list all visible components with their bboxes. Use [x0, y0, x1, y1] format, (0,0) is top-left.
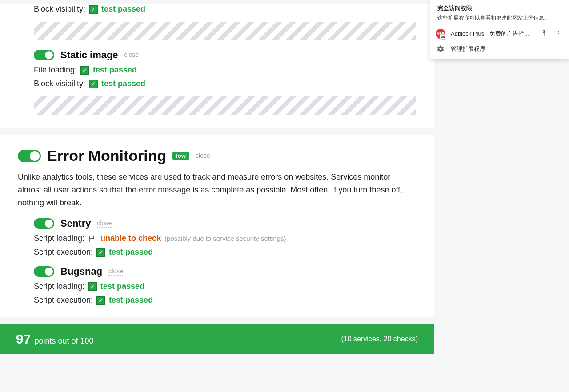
- placeholder-stripe: [34, 22, 416, 40]
- checkmark-icon: ✓: [96, 248, 105, 257]
- status-passed: test passed: [101, 4, 145, 14]
- checkmark-icon: ✓: [80, 66, 89, 75]
- check-label: Script loading:: [34, 234, 84, 243]
- close-link[interactable]: close: [108, 268, 123, 276]
- flag-icon: [88, 234, 97, 243]
- check-line: File loading: ✓ test passed: [34, 65, 416, 75]
- sub-item-static-image: Static image close File loading: ✓ test …: [18, 49, 416, 115]
- toggle-bugsnag[interactable]: [34, 266, 54, 277]
- toggle-error-monitoring[interactable]: [18, 150, 41, 162]
- score-summary: (10 services, 20 checks): [341, 335, 418, 343]
- sub-title: Sentry: [60, 218, 91, 229]
- close-link[interactable]: close: [196, 152, 210, 160]
- close-link[interactable]: close: [97, 220, 112, 228]
- check-label: Script execution:: [34, 296, 93, 305]
- extension-label: Adblock Plus - 免费的广告拦...: [451, 30, 535, 38]
- sub-title: Bugsnag: [60, 266, 102, 277]
- checkmark-icon: ✓: [88, 282, 97, 291]
- check-label: Script loading:: [34, 282, 84, 291]
- score-bar: 97 points out of 100 (10 services, 20 ch…: [0, 324, 434, 354]
- status-unable: unable to check: [100, 234, 161, 243]
- extensions-popup: 完全访问权限 这些扩展程序可以查看和更改此网站上的信息。 ABP 20 Adbl…: [430, 0, 569, 59]
- card-error-monitoring: Error Monitoring low close Unlike analyt…: [0, 135, 434, 317]
- sub-title: Static image: [60, 49, 118, 61]
- placeholder-stripe: [34, 96, 416, 115]
- checkmark-icon: ✓: [96, 296, 105, 305]
- card-top: Block visibility: ✓ test passed Static i…: [0, 4, 434, 128]
- extensions-popup-title: 完全访问权限: [430, 0, 569, 13]
- status-passed: test passed: [101, 79, 145, 88]
- sub-item-bugsnag: Bugsnag close Script loading: ✓ test pas…: [18, 266, 416, 305]
- check-line: Script execution: ✓ test passed: [34, 248, 416, 257]
- check-line: Block visibility: ✓ test passed: [34, 4, 416, 14]
- gear-icon: [436, 44, 445, 54]
- check-label: Block visibility:: [34, 4, 85, 14]
- sub-item-sentry: Sentry close Script loading: unable to c…: [18, 218, 416, 257]
- badge-low: low: [172, 152, 189, 160]
- checkmark-icon: ✓: [89, 80, 98, 88]
- check-label: File loading:: [34, 65, 77, 75]
- section-title: Error Monitoring: [47, 147, 166, 164]
- status-passed: test passed: [109, 248, 153, 257]
- abp-badge: 20: [440, 34, 446, 40]
- toggle-static-image[interactable]: [34, 50, 54, 60]
- toggle-sentry[interactable]: [34, 218, 54, 229]
- check-line: Block visibility: ✓ test passed: [34, 79, 416, 88]
- check-line: Script loading: unable to check (possibl…: [34, 234, 416, 243]
- status-hint: (possibly due to service security settin…: [164, 235, 286, 242]
- score-text: points out of 100: [34, 336, 93, 346]
- check-line: Script execution: ✓ test passed: [34, 296, 416, 305]
- abp-icon: ABP 20: [436, 29, 445, 39]
- close-link[interactable]: close: [124, 51, 139, 59]
- extension-row-abp[interactable]: ABP 20 Adblock Plus - 免费的广告拦... ⋮: [430, 26, 569, 41]
- status-passed: test passed: [109, 296, 153, 305]
- more-icon[interactable]: ⋮: [553, 29, 564, 38]
- check-label: Block visibility:: [34, 79, 85, 88]
- check-line: Script loading: ✓ test passed: [34, 282, 416, 291]
- pin-icon[interactable]: [541, 29, 548, 38]
- extensions-popup-subtitle: 这些扩展程序可以查看和更改此网站上的信息。: [430, 13, 569, 26]
- section-header: Error Monitoring low close: [18, 135, 416, 164]
- checkmark-icon: ✓: [89, 5, 98, 14]
- score-points: 97: [16, 332, 31, 347]
- extension-row-manage[interactable]: 管理扩展程序: [430, 41, 569, 56]
- extension-label: 管理扩展程序: [451, 45, 564, 53]
- status-passed: test passed: [93, 65, 137, 75]
- section-description: Unlike analytics tools, these services a…: [18, 171, 416, 209]
- check-label: Script execution:: [34, 248, 93, 257]
- status-passed: test passed: [100, 282, 144, 291]
